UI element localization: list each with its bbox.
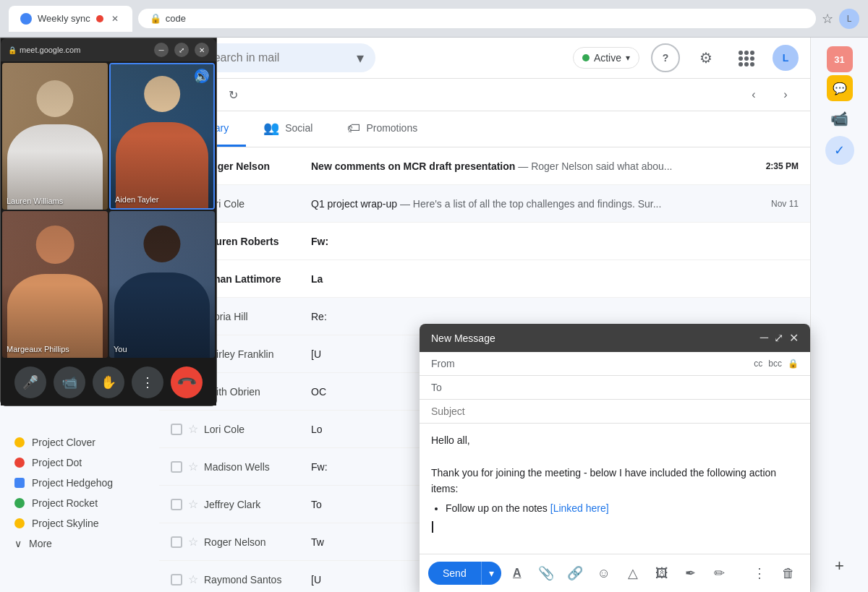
search-dropdown-icon[interactable]: ▾ [357,49,364,67]
browser-user-avatar[interactable]: L [839,9,859,29]
email-row[interactable]: ☆ Roger Nelson New comments on MCR draft… [159,147,810,185]
email-star[interactable]: ☆ [188,422,198,436]
compose-link-btn[interactable]: 🔗 [562,560,588,586]
project-hedgehog-dot [14,478,25,488]
meet-close-btn[interactable]: ✕ [195,43,209,57]
compose-cc-btn[interactable]: cc [754,359,762,369]
meet-hand-button[interactable]: ✋ [93,366,124,398]
calendar-icon-btn[interactable]: 31 [827,46,853,72]
active-label: Active [594,52,621,64]
address-bar[interactable]: 🔒 code [138,9,816,28]
tab-recording-dot [96,15,103,22]
compose-drive-btn[interactable]: △ [620,560,646,586]
bookmark-icon[interactable]: ☆ [822,11,833,27]
compose-from-label: From [431,358,460,369]
compose-body-line1: Hello all, [431,432,799,448]
nav-label-project-clover[interactable]: Project Clover [6,432,153,452]
project-clover-dot [14,437,25,447]
compose-send-dropdown-button[interactable]: ▾ [481,562,501,585]
email-checkbox[interactable] [171,574,182,585]
refresh-button[interactable]: ↻ [220,82,246,108]
compose-format-btn[interactable]: A [504,560,530,586]
compose-signature-btn[interactable]: ✒ [678,560,704,586]
user-avatar[interactable]: L [773,45,799,71]
meet-mic-button[interactable]: 🎤 [14,366,46,398]
compose-header[interactable]: New Message ─ ⤢ ✕ [420,324,810,352]
tab-promotions[interactable]: 🏷 Promotions [330,111,435,147]
meet-participant-name-margeaux: Margeaux Phillips [7,345,69,353]
prev-page-button[interactable]: ‹ [741,82,767,108]
project-clover-label: Project Clover [32,437,95,448]
meet-minimize-btn[interactable]: ─ [154,43,169,57]
meet-url: 🔒 meet.google.com [8,46,80,54]
email-sender: Keith Obrien [204,386,305,398]
compose-delete-btn[interactable]: 🗑 [775,560,801,586]
email-checkbox[interactable] [171,461,182,473]
meet-controls: 🎤 📹 ✋ ⋮ 📞 [1,359,216,406]
next-page-button[interactable]: › [773,82,799,108]
tasks-icon-btn[interactable]: ✓ [825,136,854,165]
compose-footer: Send ▾ A 📎 🔗 ☺ △ 🖼 ✒ ✏ ⋮ 🗑 [420,554,810,592]
meet-video-grid: Lauren Williams 🔊 Aiden Tayler [1,61,216,359]
add-more-btn[interactable]: + [825,552,854,580]
email-row[interactable]: ☆ Lori Cole Q1 project wrap-up — Here's … [159,185,810,223]
meet-tile-lauren[interactable]: Lauren Williams [2,63,108,210]
email-checkbox[interactable] [171,536,182,548]
email-time: 2:35 PM [766,161,799,171]
meet-tile-margeaux[interactable]: Margeaux Phillips [2,211,108,358]
compose-send-button[interactable]: Send [428,562,481,585]
meet-camera-button[interactable]: 📹 [54,366,85,398]
meet-tile-aiden[interactable]: 🔊 Aiden Tayler [109,63,215,210]
chat-icon-btn[interactable]: 💬 [827,75,853,101]
compose-body[interactable]: Hello all, Thank you for joining the mee… [420,424,810,554]
compose-minimize-btn[interactable]: ─ [760,331,768,345]
compose-linked-here[interactable]: [Linked here] [550,502,609,514]
compose-attach-btn[interactable]: 📎 [533,560,559,586]
active-status-badge[interactable]: Active ▾ [573,47,639,69]
tab-favicon [20,13,32,25]
search-input[interactable] [206,51,351,64]
compose-close-btn[interactable]: ✕ [789,331,799,345]
compose-bcc-btn[interactable]: bcc [768,359,782,369]
meet-audio-icon: 🔊 [195,69,209,83]
compose-to-input[interactable] [466,382,799,393]
nav-label-project-rocket[interactable]: Project Rocket [6,493,153,513]
compose-subject-input[interactable] [431,406,799,417]
email-star[interactable]: ☆ [188,572,198,586]
compose-emoji-btn[interactable]: ☺ [591,560,617,586]
compose-expand-btn[interactable]: ⤢ [774,331,783,345]
email-checkbox[interactable] [171,424,182,435]
tab-social[interactable]: 👥 Social [246,111,330,147]
email-star[interactable]: ☆ [188,497,198,511]
email-checkbox[interactable] [171,499,182,510]
email-sender: Raymond Santos [204,574,305,585]
meet-overlay: 🔒 meet.google.com ─ ⤢ ✕ Lauren Williams [0,38,217,406]
nav-label-project-hedgehog[interactable]: Project Hedgehog [6,473,153,493]
email-sender: Shirley Franklin [204,348,305,360]
browser-tab[interactable]: Weekly sync ✕ [9,6,132,32]
apps-button[interactable] [732,43,761,72]
meet-end-call-button[interactable]: 📞 [164,360,209,405]
compose-more-options-btn[interactable]: ⋮ [746,560,773,586]
help-button[interactable]: ? [651,43,680,72]
meet-tile-you[interactable]: You [109,211,215,358]
compose-photo-btn[interactable]: 🖼 [649,560,675,586]
email-sender: Lori Cole [204,424,305,435]
compose-edit-btn[interactable]: ✏ [707,560,733,586]
email-star[interactable]: ☆ [188,460,198,473]
email-row[interactable]: ☆ Ethan Lattimore La [159,260,810,298]
nav-more-button[interactable]: ∨ More [6,533,153,554]
meet-icon-btn[interactable]: 📹 [825,104,854,133]
compose-field-actions: cc bcc 🔒 [754,359,799,369]
gmail-toolbar: ▾ ↻ ‹ › [159,79,810,111]
meet-more-button[interactable]: ⋮ [132,366,163,398]
social-tab-label: Social [285,122,312,134]
compose-from-input[interactable] [466,358,748,369]
tab-close-button[interactable]: ✕ [109,13,121,25]
meet-expand-btn[interactable]: ⤢ [174,43,189,57]
email-star[interactable]: ☆ [188,535,198,549]
nav-label-project-skyline[interactable]: Project Skyline [6,513,153,533]
nav-label-project-dot[interactable]: Project Dot [6,452,153,473]
settings-button[interactable]: ⚙ [692,43,720,72]
email-row[interactable]: ☆ Lauren Roberts Fw: [159,223,810,260]
